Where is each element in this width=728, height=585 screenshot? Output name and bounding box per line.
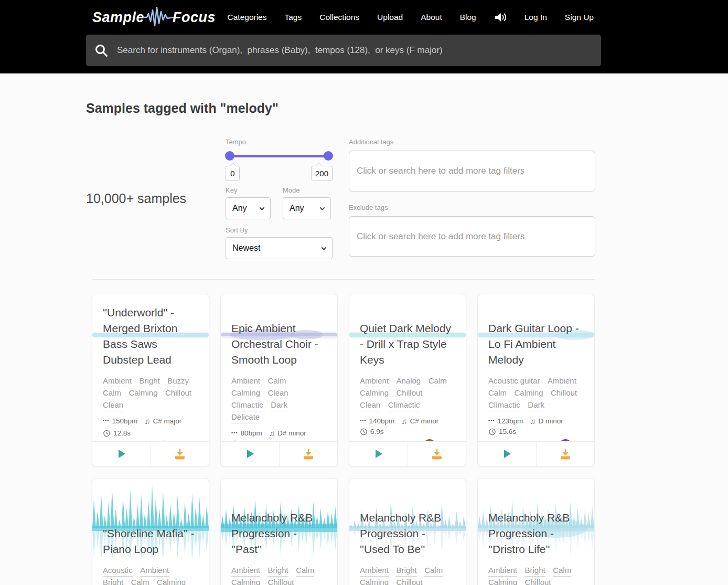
tag-link[interactable]: Ambient xyxy=(231,565,260,577)
tag-link[interactable]: Ambient xyxy=(140,565,169,577)
sample-title[interactable]: Melancholy R&B Progression - ''Past'' xyxy=(231,510,327,557)
tag-link[interactable]: Calm xyxy=(553,565,571,577)
logo-waveform-icon xyxy=(143,6,174,29)
exclude-tags-input[interactable]: Click or search here to add more tag fil… xyxy=(349,216,595,257)
tag-link[interactable]: Analog xyxy=(396,375,421,387)
sample-title[interactable]: Melancholy R&B Progression - ''Dristro L… xyxy=(488,510,584,557)
nav-upload[interactable]: Upload xyxy=(377,13,403,22)
card-footer xyxy=(478,441,594,466)
tag-link[interactable]: Calm xyxy=(488,387,507,399)
tag-link[interactable]: Calming xyxy=(360,577,389,585)
tag-link[interactable]: Acoustic guitar xyxy=(488,375,540,387)
key-select[interactable]: Any xyxy=(226,197,271,219)
tag-link[interactable]: Calm xyxy=(429,375,447,387)
tag-link[interactable]: Ambient xyxy=(231,375,260,387)
tag-link[interactable]: Chillout xyxy=(524,577,551,585)
tag-list: Ambient Bright Calm Calming Chillout Cho… xyxy=(231,565,327,585)
sample-card: ''Shoreline Mafia'' - Piano Loop Acousti… xyxy=(92,478,209,585)
tag-link[interactable]: Calming xyxy=(514,387,543,399)
nav-collections[interactable]: Collections xyxy=(319,13,359,22)
download-button[interactable] xyxy=(408,442,466,466)
sample-title[interactable]: ''Underworld'' - Merged Brixton Bass Saw… xyxy=(103,305,198,368)
sample-title[interactable]: Melancholy R&B Progression - ''Used To B… xyxy=(360,510,455,557)
play-button[interactable] xyxy=(478,442,536,466)
tag-link[interactable]: Delicate xyxy=(231,411,260,423)
tag-link[interactable]: Calming xyxy=(488,577,517,585)
tag-link[interactable]: Calm xyxy=(267,375,286,387)
tag-link[interactable]: Acoustic xyxy=(103,565,133,577)
search-icon xyxy=(94,44,109,58)
tag-link[interactable]: Buzzy xyxy=(167,375,189,387)
tempo-min-value[interactable]: 0 xyxy=(226,166,240,181)
tag-link[interactable]: Chillout xyxy=(551,387,577,399)
duration-value: 12.8s xyxy=(113,429,131,438)
nav-categories[interactable]: Categories xyxy=(228,13,267,22)
logo-text-focus: Focus xyxy=(173,9,216,26)
tag-link[interactable]: Dark xyxy=(528,399,544,411)
sample-title[interactable]: Epic Ambient Orchestral Choir - Smooth L… xyxy=(231,321,327,368)
tag-link[interactable]: Chillout xyxy=(396,577,422,585)
tag-link[interactable]: Calming xyxy=(231,577,260,585)
download-button[interactable] xyxy=(151,442,209,466)
tempo-slider-track[interactable] xyxy=(227,155,331,157)
logo[interactable]: Sample Focus xyxy=(92,6,216,29)
tag-link[interactable]: Calm xyxy=(424,565,443,577)
tag-link[interactable]: Climactic xyxy=(231,399,263,411)
bpm-icon: ••• xyxy=(360,417,366,426)
download-button[interactable] xyxy=(279,442,338,466)
sample-meta: •••150bpm ♫C# major 12.8s xyxy=(103,417,198,438)
tag-link[interactable]: Climactic xyxy=(388,399,420,411)
additional-tags-input[interactable]: Click or search here to add more tag fil… xyxy=(349,151,595,192)
tag-link[interactable]: Ambient xyxy=(360,565,389,577)
tempo-slider[interactable] xyxy=(226,151,333,161)
bpm-value: 140bpm xyxy=(369,417,394,426)
tag-link[interactable]: Chillout xyxy=(396,387,422,399)
download-button[interactable] xyxy=(536,442,595,466)
tag-link[interactable]: Bright xyxy=(139,375,159,387)
tag-link[interactable]: Dark xyxy=(271,399,287,411)
tag-link[interactable]: Climactic xyxy=(488,399,520,411)
tag-link[interactable]: Bright xyxy=(267,565,288,577)
tag-link[interactable]: Clean xyxy=(267,387,288,399)
tag-link[interactable]: Ambient xyxy=(103,375,132,387)
sample-title[interactable]: ''Shoreline Mafia'' - Piano Loop xyxy=(103,526,198,557)
tempo-max-value[interactable]: 200 xyxy=(311,166,333,181)
tag-link[interactable]: Ambient xyxy=(488,565,517,577)
tag-link[interactable]: Ambient xyxy=(548,375,576,387)
mode-select[interactable]: Any xyxy=(283,197,331,219)
tag-link[interactable]: Ambient xyxy=(360,375,389,387)
play-button[interactable] xyxy=(221,442,279,466)
duration-value: 15.6s xyxy=(499,427,516,436)
nav-tags[interactable]: Tags xyxy=(285,13,302,22)
nav-signup[interactable]: Sign Up xyxy=(565,13,594,22)
chevron-down-icon xyxy=(322,245,327,250)
tag-link[interactable]: Calm xyxy=(296,565,314,577)
tag-link[interactable]: Clean xyxy=(103,399,123,411)
volume-icon[interactable] xyxy=(494,12,507,23)
tag-link[interactable]: Calm xyxy=(103,387,121,399)
tempo-slider-handle-min[interactable] xyxy=(225,151,234,161)
tag-link[interactable]: Bright xyxy=(524,565,545,577)
sample-title[interactable]: Quiet Dark Melody - Drill x Trap Style K… xyxy=(360,321,455,368)
tag-link[interactable]: Chillout xyxy=(267,577,294,585)
play-button[interactable] xyxy=(92,442,151,466)
tag-link[interactable]: Calming xyxy=(231,387,260,399)
tag-link[interactable]: Clean xyxy=(360,399,380,411)
nav-about[interactable]: About xyxy=(421,13,442,22)
card-footer xyxy=(349,441,466,466)
nav-blog[interactable]: Blog xyxy=(460,13,476,22)
tag-link[interactable]: Calm xyxy=(131,577,149,585)
tempo-slider-handle-max[interactable] xyxy=(324,151,333,161)
tag-link[interactable]: Calming xyxy=(157,577,186,585)
nav-login[interactable]: Log In xyxy=(524,13,547,22)
tag-link[interactable]: Calming xyxy=(360,387,389,399)
tag-link[interactable]: Chillout xyxy=(165,387,191,399)
sort-select[interactable]: Newest xyxy=(226,237,333,259)
tag-link[interactable]: Bright xyxy=(396,565,416,577)
additional-tags-placeholder: Click or search here to add more tag fil… xyxy=(357,166,524,176)
sample-title[interactable]: Dark Guitar Loop - Lo Fi Ambient Melody xyxy=(488,321,584,368)
tag-link[interactable]: Calming xyxy=(129,387,157,399)
search-input[interactable] xyxy=(116,45,592,56)
play-button[interactable] xyxy=(349,442,408,466)
tag-link[interactable]: Bright xyxy=(103,577,123,585)
